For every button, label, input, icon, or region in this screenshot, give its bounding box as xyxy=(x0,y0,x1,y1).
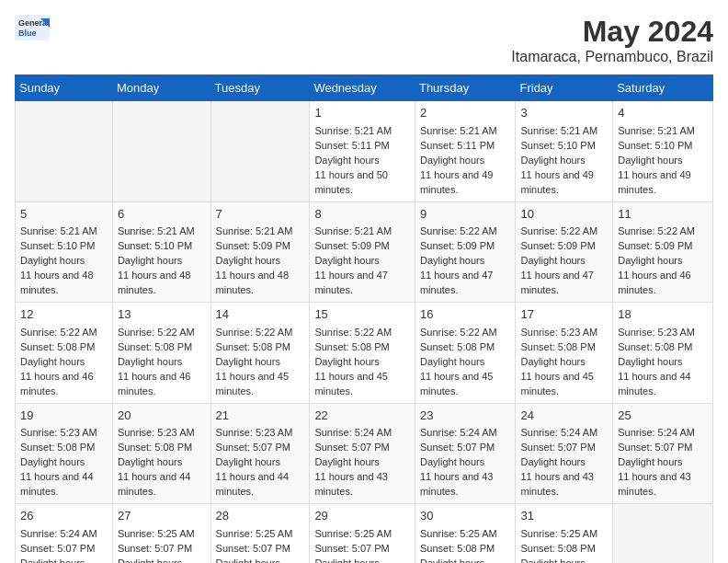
day-info: Sunrise: 5:21 AMSunset: 5:10 PMDaylight … xyxy=(118,225,195,295)
calendar-cell: 8Sunrise: 5:21 AMSunset: 5:09 PMDaylight… xyxy=(310,201,415,303)
calendar-cell xyxy=(613,504,713,563)
calendar-cell: 23Sunrise: 5:24 AMSunset: 5:07 PMDayligh… xyxy=(415,403,516,504)
day-number: 8 xyxy=(314,206,410,224)
day-info: Sunrise: 5:24 AMSunset: 5:07 PMDaylight … xyxy=(520,427,597,497)
weekday-header-tuesday: Tuesday xyxy=(210,75,310,101)
day-number: 30 xyxy=(420,508,511,525)
calendar-week-row: 1Sunrise: 5:21 AMSunset: 5:11 PMDaylight… xyxy=(16,101,713,202)
calendar-cell: 24Sunrise: 5:24 AMSunset: 5:07 PMDayligh… xyxy=(516,403,613,504)
weekday-header-thursday: Thursday xyxy=(415,75,516,101)
day-info: Sunrise: 5:21 AMSunset: 5:09 PMDaylight … xyxy=(314,225,392,295)
day-info: Sunrise: 5:23 AMSunset: 5:08 PMDaylight … xyxy=(20,427,97,497)
day-info: Sunrise: 5:22 AMSunset: 5:08 PMDaylight … xyxy=(314,327,392,396)
calendar-cell: 4Sunrise: 5:21 AMSunset: 5:10 PMDaylight… xyxy=(613,101,713,202)
day-number: 13 xyxy=(118,306,206,324)
calendar-cell: 20Sunrise: 5:23 AMSunset: 5:08 PMDayligh… xyxy=(112,403,210,504)
calendar-cell: 9Sunrise: 5:22 AMSunset: 5:09 PMDaylight… xyxy=(415,201,516,303)
day-number: 5 xyxy=(20,206,108,224)
day-number: 1 xyxy=(314,105,410,122)
day-number: 17 xyxy=(520,306,608,324)
calendar-cell: 31Sunrise: 5:25 AMSunset: 5:08 PMDayligh… xyxy=(516,504,613,563)
day-number: 7 xyxy=(216,206,305,224)
day-number: 16 xyxy=(420,306,511,324)
calendar-cell: 22Sunrise: 5:24 AMSunset: 5:07 PMDayligh… xyxy=(310,403,415,504)
calendar-cell: 13Sunrise: 5:22 AMSunset: 5:08 PMDayligh… xyxy=(112,303,210,404)
day-number: 22 xyxy=(314,408,410,425)
location-subtitle: Itamaraca, Pernambuco, Brazil xyxy=(511,49,713,65)
day-number: 19 xyxy=(20,408,108,425)
weekday-header-monday: Monday xyxy=(112,75,210,101)
day-info: Sunrise: 5:21 AMSunset: 5:10 PMDaylight … xyxy=(520,125,597,195)
calendar-cell: 16Sunrise: 5:22 AMSunset: 5:08 PMDayligh… xyxy=(415,303,516,404)
calendar-cell: 14Sunrise: 5:22 AMSunset: 5:08 PMDayligh… xyxy=(210,303,310,404)
day-number: 27 xyxy=(118,508,206,525)
calendar-cell: 27Sunrise: 5:25 AMSunset: 5:07 PMDayligh… xyxy=(112,504,210,563)
day-info: Sunrise: 5:22 AMSunset: 5:09 PMDaylight … xyxy=(420,225,497,295)
day-info: Sunrise: 5:21 AMSunset: 5:11 PMDaylight … xyxy=(314,125,392,195)
weekday-header-friday: Friday xyxy=(516,75,613,101)
calendar-cell: 6Sunrise: 5:21 AMSunset: 5:10 PMDaylight… xyxy=(112,201,210,303)
day-info: Sunrise: 5:22 AMSunset: 5:08 PMDaylight … xyxy=(20,327,97,396)
weekday-header-saturday: Saturday xyxy=(613,75,713,101)
calendar-cell: 15Sunrise: 5:22 AMSunset: 5:08 PMDayligh… xyxy=(310,303,415,404)
calendar-week-row: 26Sunrise: 5:24 AMSunset: 5:07 PMDayligh… xyxy=(16,504,713,563)
day-number: 15 xyxy=(314,306,410,324)
calendar-cell: 21Sunrise: 5:23 AMSunset: 5:07 PMDayligh… xyxy=(210,403,310,504)
day-number: 11 xyxy=(618,206,708,224)
day-info: Sunrise: 5:21 AMSunset: 5:09 PMDaylight … xyxy=(216,225,293,295)
day-number: 12 xyxy=(20,306,108,324)
calendar-cell: 17Sunrise: 5:23 AMSunset: 5:08 PMDayligh… xyxy=(516,303,613,404)
day-info: Sunrise: 5:22 AMSunset: 5:09 PMDaylight … xyxy=(520,225,597,295)
day-info: Sunrise: 5:23 AMSunset: 5:08 PMDaylight … xyxy=(618,327,695,396)
calendar-week-row: 19Sunrise: 5:23 AMSunset: 5:08 PMDayligh… xyxy=(16,403,713,504)
calendar-cell: 26Sunrise: 5:24 AMSunset: 5:07 PMDayligh… xyxy=(16,504,113,563)
day-number: 29 xyxy=(314,508,410,525)
day-number: 23 xyxy=(420,408,511,425)
day-number: 20 xyxy=(118,408,206,425)
day-number: 4 xyxy=(618,105,708,122)
day-number: 25 xyxy=(618,408,708,425)
title-block: May 2024 Itamaraca, Pernambuco, Brazil xyxy=(511,15,713,65)
day-number: 3 xyxy=(520,105,608,122)
day-info: Sunrise: 5:25 AMSunset: 5:07 PMDaylight … xyxy=(314,528,392,563)
calendar-cell xyxy=(16,101,113,202)
day-info: Sunrise: 5:25 AMSunset: 5:08 PMDaylight … xyxy=(420,528,497,563)
day-info: Sunrise: 5:22 AMSunset: 5:08 PMDaylight … xyxy=(420,327,497,396)
calendar-cell: 3Sunrise: 5:21 AMSunset: 5:10 PMDaylight… xyxy=(516,101,613,202)
day-number: 14 xyxy=(216,306,305,324)
day-info: Sunrise: 5:23 AMSunset: 5:08 PMDaylight … xyxy=(118,427,195,497)
day-info: Sunrise: 5:25 AMSunset: 5:07 PMDaylight … xyxy=(216,528,293,563)
calendar-cell: 18Sunrise: 5:23 AMSunset: 5:08 PMDayligh… xyxy=(613,303,713,404)
calendar-cell: 1Sunrise: 5:21 AMSunset: 5:11 PMDaylight… xyxy=(310,101,415,202)
day-number: 2 xyxy=(420,105,511,122)
day-number: 18 xyxy=(618,306,708,324)
day-number: 24 xyxy=(520,408,608,425)
calendar-table: SundayMondayTuesdayWednesdayThursdayFrid… xyxy=(15,75,713,563)
calendar-cell: 30Sunrise: 5:25 AMSunset: 5:08 PMDayligh… xyxy=(415,504,516,563)
day-info: Sunrise: 5:24 AMSunset: 5:07 PMDaylight … xyxy=(314,427,392,497)
calendar-header: SundayMondayTuesdayWednesdayThursdayFrid… xyxy=(16,75,713,101)
logo-icon: General Blue xyxy=(15,15,51,44)
calendar-cell: 12Sunrise: 5:22 AMSunset: 5:08 PMDayligh… xyxy=(16,303,113,404)
day-info: Sunrise: 5:24 AMSunset: 5:07 PMDaylight … xyxy=(618,427,695,497)
calendar-body: 1Sunrise: 5:21 AMSunset: 5:11 PMDaylight… xyxy=(16,101,713,564)
month-year-title: May 2024 xyxy=(511,15,713,49)
day-number: 6 xyxy=(118,206,206,224)
svg-text:Blue: Blue xyxy=(18,29,37,38)
day-info: Sunrise: 5:22 AMSunset: 5:08 PMDaylight … xyxy=(216,327,293,396)
calendar-cell: 11Sunrise: 5:22 AMSunset: 5:09 PMDayligh… xyxy=(613,201,713,303)
day-info: Sunrise: 5:24 AMSunset: 5:07 PMDaylight … xyxy=(420,427,497,497)
weekday-header-sunday: Sunday xyxy=(16,75,113,101)
calendar-cell: 28Sunrise: 5:25 AMSunset: 5:07 PMDayligh… xyxy=(210,504,310,563)
day-info: Sunrise: 5:25 AMSunset: 5:07 PMDaylight … xyxy=(118,528,195,563)
day-info: Sunrise: 5:21 AMSunset: 5:11 PMDaylight … xyxy=(420,125,497,195)
calendar-cell: 25Sunrise: 5:24 AMSunset: 5:07 PMDayligh… xyxy=(613,403,713,504)
calendar-cell: 5Sunrise: 5:21 AMSunset: 5:10 PMDaylight… xyxy=(16,201,113,303)
day-info: Sunrise: 5:21 AMSunset: 5:10 PMDaylight … xyxy=(20,225,97,295)
day-info: Sunrise: 5:24 AMSunset: 5:07 PMDaylight … xyxy=(20,528,97,563)
calendar-cell: 29Sunrise: 5:25 AMSunset: 5:07 PMDayligh… xyxy=(310,504,415,563)
day-number: 31 xyxy=(520,508,608,525)
day-info: Sunrise: 5:22 AMSunset: 5:08 PMDaylight … xyxy=(118,327,195,396)
weekday-header-wednesday: Wednesday xyxy=(310,75,415,101)
calendar-cell: 7Sunrise: 5:21 AMSunset: 5:09 PMDaylight… xyxy=(210,201,310,303)
